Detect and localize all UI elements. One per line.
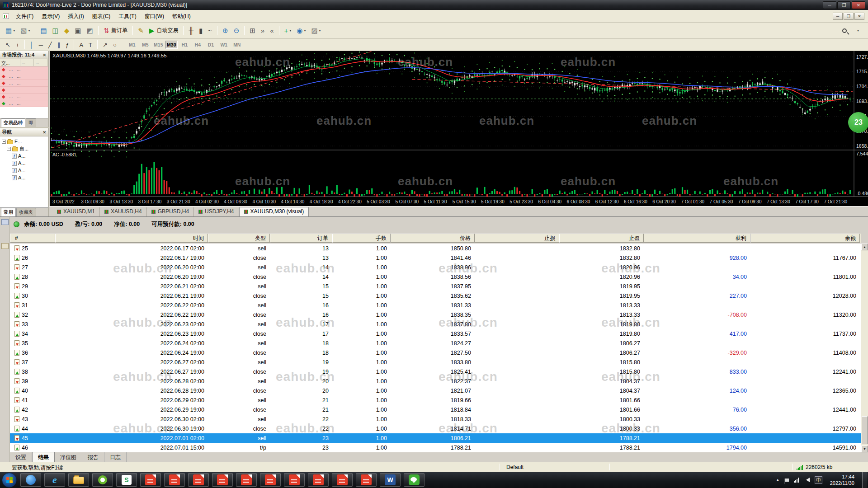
navigator-tree-item[interactable]: fA... [0,152,48,160]
volume-icon[interactable] [804,478,810,482]
metaeditor-button[interactable]: ✎ [136,25,146,37]
navigator-tree-item[interactable]: fA... [0,167,48,174]
templates-button[interactable]: ▨▾ [309,25,323,37]
taskbar-red-button-7[interactable] [188,473,209,487]
timeframe-m5-button[interactable]: M5 [139,41,151,49]
taskbar-red-button-10[interactable] [260,473,281,487]
tile-windows-button[interactable]: ⊞ [247,25,258,37]
trade-row[interactable]: 352022.06.24 02:00sell181.001824.271806.… [10,338,861,348]
taskbar-browser-button[interactable] [20,473,41,487]
navigator-tree-item[interactable]: 自... [0,145,48,152]
profiles-button[interactable]: ▧▾ [18,25,32,37]
column-header-tp[interactable]: 止盈 [559,234,644,243]
terminal-side-icon-2[interactable] [1,243,9,249]
market-watch-symbol-row[interactable]: ◆…… [0,66,48,73]
menu-window[interactable]: 窗口(W) [141,11,168,21]
chart-tab[interactable]: USDJPY,H4 [194,207,239,216]
navigator-tree-item[interactable]: E... [0,138,48,145]
start-button[interactable] [2,473,17,488]
trade-row[interactable]: 362022.06.24 19:00close181.001827.501806… [10,348,861,357]
taskbar-red-button-5[interactable] [140,473,161,487]
arrow-tool-button[interactable]: ↗ [100,40,110,50]
timeframe-m30-button[interactable]: M30 [165,41,178,49]
trade-row[interactable]: 372022.06.27 02:00sell191.001833.801815.… [10,357,861,367]
close-button[interactable]: ✕ [852,1,865,9]
chart-tab[interactable]: XAUUSD,H4 [100,207,147,216]
text-tool-button[interactable]: A [77,40,85,50]
trade-row[interactable]: 382022.06.27 19:00close191.001825.411815… [10,367,861,376]
taskbar-red-button-8[interactable] [212,473,233,487]
scroll-down-icon[interactable]: ▼ [861,446,868,452]
trade-row[interactable]: 432022.06.30 02:00sell221.001818.331800.… [10,414,861,424]
trade-row[interactable]: 272022.06.20 02:00sell141.001838.961820.… [10,263,861,272]
taskbar-word-button[interactable]: W [380,473,401,487]
trade-row[interactable]: 402022.06.28 19:00close201.001821.071804… [10,386,861,395]
close-icon[interactable]: ✕ [42,130,46,135]
taskbar-red-button-11[interactable] [284,473,305,487]
column-header-balance[interactable]: 余额 [750,234,860,243]
navigator-tree-item[interactable]: fA... [0,160,48,167]
timeframe-m15-button[interactable]: M15 [152,41,165,49]
column-header-number[interactable]: # [10,234,55,243]
terminal-tab[interactable]: 结果 [32,452,55,463]
trade-row[interactable]: 282022.06.20 19:00close141.001838.561820… [10,272,861,282]
horizontal-line-tool-button[interactable]: ─ [37,40,45,50]
column-header-order[interactable]: 订单 [270,234,332,243]
mdi-restore-button[interactable]: ❐ [844,13,854,20]
trade-row[interactable]: 292022.06.21 02:00sell151.001837.951819.… [10,282,861,291]
tray-expand-icon[interactable]: ▲ [776,478,780,482]
chart-window[interactable]: 1727.201715.801704.401693.001681.601670.… [50,51,868,206]
trade-row[interactable]: 442022.06.30 19:00close221.001814.711800… [10,424,861,433]
toolbar-options-button[interactable]: ▾ [854,25,861,37]
market-watch-tab-symbols[interactable]: 交易品种 [1,118,25,127]
trade-row[interactable]: 262022.06.17 19:00close131.001841.461832… [10,253,861,263]
trade-row[interactable]: 332022.06.23 02:00sell171.001837.801819.… [10,319,861,329]
column-header-price[interactable]: 价格 [391,234,475,243]
chart-tab[interactable]: GBPUSD,H4 [147,207,194,216]
taskbar-ie-button[interactable]: e [44,473,65,487]
market-watch-button[interactable]: ▤ [38,25,49,37]
search-button[interactable] [840,25,849,37]
taskbar-wechat-button[interactable] [404,473,425,487]
shapes-tool-button[interactable]: ○ [111,40,119,50]
trade-row[interactable]: 312022.06.22 02:00sell161.001831.331813.… [10,300,861,310]
auto-scroll-button[interactable]: » [259,25,267,37]
menu-charts[interactable]: 图表(C) [88,11,115,21]
new-chart-button[interactable]: ▦▾ [3,25,17,37]
market-watch-symbol-row[interactable]: ◆…… [0,80,48,87]
timeframe-mn-button[interactable]: MN [231,41,243,49]
column-header-time[interactable]: 时间 [55,234,208,243]
line-chart-button[interactable]: ~ [206,25,214,37]
menu-file[interactable]: 文件(F) [12,11,38,21]
network-icon[interactable] [794,478,799,483]
autotrading-button[interactable]: ▶自动交易 [147,25,181,37]
timeframe-h1-button[interactable]: H1 [179,41,191,49]
zoom-out-button[interactable]: ⊖ [231,25,242,37]
market-watch-symbol-row[interactable]: ◆…… [0,73,48,80]
navigator-button[interactable]: ◆ [62,25,72,37]
trade-row[interactable]: 462022.07.01 15:00t/p231.001788.211788.2… [10,443,861,452]
timeframe-w1-button[interactable]: W1 [218,41,230,49]
chart-tab[interactable]: XAUUSD,M30 (visual) [239,207,309,216]
vertical-line-tool-button[interactable]: │ [28,40,36,50]
terminal-tab[interactable]: 报告 [82,452,104,463]
expand-toggle-icon[interactable] [2,140,6,144]
trade-row[interactable]: 452022.07.01 02:00sell231.001806.211788.… [10,433,861,443]
chart-tab[interactable]: XAUUSD,M1 [52,207,100,216]
scroll-up-icon[interactable]: ▲ [861,244,868,250]
timeframe-h4-button[interactable]: H4 [192,41,204,49]
price-chart[interactable]: 1727.201715.801704.401693.001681.601670.… [50,51,868,206]
taskbar-red-button-12[interactable] [308,473,329,487]
trade-row[interactable]: 412022.06.29 02:00sell211.001819.661801.… [10,395,861,405]
data-window-button[interactable]: ◫ [50,25,61,37]
close-icon[interactable]: ✕ [42,53,46,57]
terminal-tab[interactable]: 日志 [104,452,127,463]
menu-help[interactable]: 帮助(H) [168,11,195,21]
terminal-tab[interactable]: 设置 [10,452,32,463]
chart-shift-button[interactable]: « [268,25,276,37]
mdi-close-button[interactable]: ✕ [854,13,864,20]
navigator-tab-common[interactable]: 常用 [1,208,16,216]
crosshair-tool-button[interactable]: + [14,40,22,50]
terminal-tab[interactable]: 净值图 [55,452,82,463]
chart-window-icon[interactable] [3,14,9,19]
